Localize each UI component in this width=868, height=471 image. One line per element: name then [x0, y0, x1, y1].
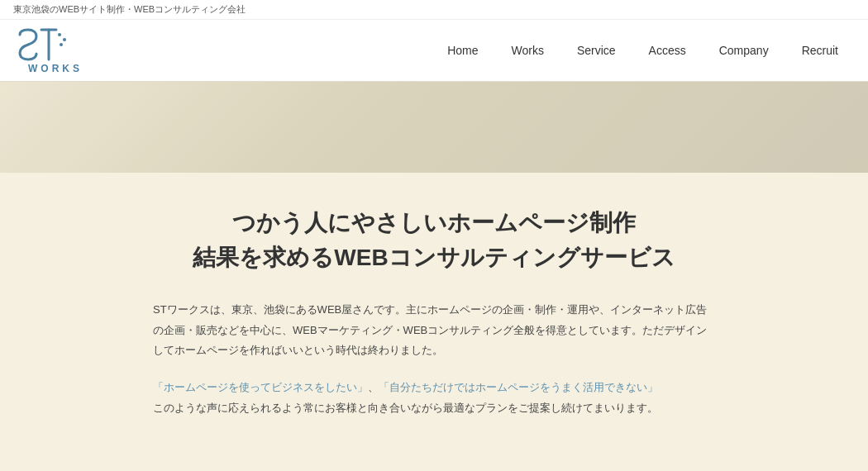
- description-middle: 、: [368, 381, 379, 393]
- headline-line1: つかう人にやさしいホームページ制作: [50, 206, 818, 240]
- svg-point-2: [58, 33, 61, 36]
- logo-icon: [13, 26, 79, 66]
- nav-service[interactable]: Service: [560, 37, 632, 64]
- description-paragraph2: 「ホームページを使ってビジネスをしたい」、「自分たちだけではホームページをうまく…: [153, 378, 715, 418]
- logo-area[interactable]: WORKS: [13, 26, 83, 74]
- highlight-text-1: 「ホームページを使ってビジネスをしたい」: [153, 381, 368, 393]
- header-main: WORKS Home Works Service Access Company …: [0, 20, 868, 81]
- nav-home[interactable]: Home: [431, 37, 494, 64]
- logo-works-text: WORKS: [28, 63, 83, 74]
- nav-company[interactable]: Company: [703, 37, 785, 64]
- hero-background: [0, 82, 868, 173]
- nav-recruit[interactable]: Recruit: [785, 37, 855, 64]
- nav-works[interactable]: Works: [494, 37, 560, 64]
- main-nav: Home Works Service Access Company Recrui…: [431, 37, 855, 64]
- site-description: 東京池袋のWEBサイト制作・WEBコンサルティング会社: [0, 0, 868, 20]
- headline-area: つかう人にやさしいホームページ制作 結果を求めるWEBコンサルティングサービス: [50, 206, 818, 275]
- main-content: つかう人にやさしいホームページ制作 結果を求めるWEBコンサルティングサービス …: [0, 173, 868, 451]
- description-paragraph1: STワークスは、東京、池袋にあるWEB屋さんです。主にホームページの企画・制作・…: [153, 300, 715, 361]
- headline-line2: 結果を求めるWEBコンサルティングサービス: [50, 240, 818, 275]
- svg-point-4: [60, 43, 63, 46]
- description-suffix: このような声に応えられるよう常にお客様と向き合いながら最適なプランをご提案し続け…: [153, 402, 658, 414]
- description-area: STワークスは、東京、池袋にあるWEB屋さんです。主にホームページの企画・制作・…: [153, 300, 715, 418]
- highlight-text-2: 「自分たちだけではホームページをうまく活用できない」: [379, 381, 658, 393]
- svg-point-3: [63, 38, 66, 41]
- nav-access[interactable]: Access: [632, 37, 703, 64]
- header: 東京池袋のWEBサイト制作・WEBコンサルティング会社 WORKS Home W…: [0, 0, 868, 82]
